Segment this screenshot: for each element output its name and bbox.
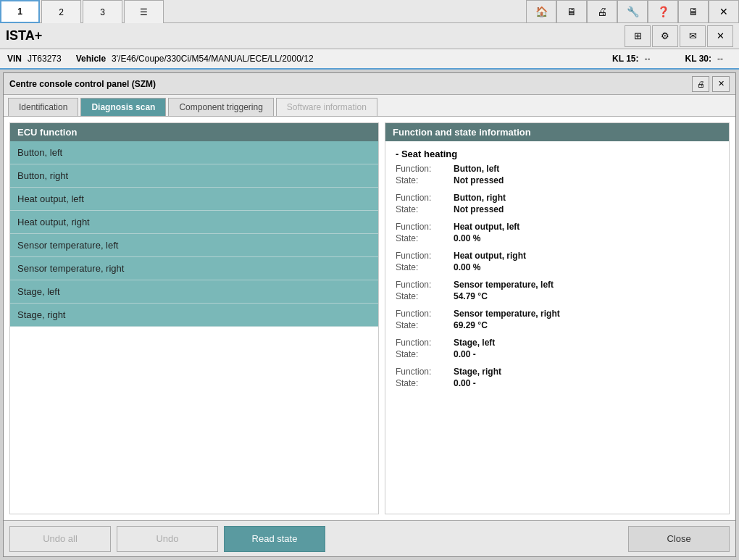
tab-2[interactable]: 2 <box>41 0 81 23</box>
kl15-value: -- <box>645 54 651 64</box>
ecu-item-6[interactable]: Stage, left <box>10 280 378 304</box>
info-value-1b: Not pressed <box>454 204 504 214</box>
info-label-2a: Function: <box>396 222 454 232</box>
info-row-1a: Function: Button, right <box>396 193 719 203</box>
section-title: - Seat heating <box>396 149 719 159</box>
tab-diagnosis-scan[interactable]: Diagnosis scan <box>80 98 166 116</box>
info-row-0b: State: Not pressed <box>396 175 719 185</box>
info-label-7a: Function: <box>396 367 454 377</box>
info-value-3a: Heat output, right <box>454 251 526 261</box>
info-row-5a: Function: Sensor temperature, right <box>396 309 719 319</box>
info-label-0b: State: <box>396 175 454 185</box>
info-value-7a: Stage, right <box>454 367 501 377</box>
info-label-4b: State: <box>396 291 454 301</box>
info-label-3b: State: <box>396 262 454 272</box>
function-info: - Seat heating Function: Button, left St… <box>385 141 729 514</box>
info-label-7b: State: <box>396 378 454 388</box>
vin-bar: VIN JT63273 Vehicle 3'/E46/Coupe/330Ci/M… <box>0 49 739 70</box>
tab-list[interactable]: ☰ <box>124 0 164 23</box>
close-button[interactable]: Close <box>628 526 730 552</box>
titlebar-icons: 🏠 🖥 🖨 🔧 ❓ 🖥 ✕ <box>526 0 739 22</box>
app-title: ISTA+ <box>6 28 42 43</box>
title-bar: 1 2 3 ☰ 🏠 🖥 🖨 🔧 ❓ 🖥 ✕ <box>0 0 739 23</box>
info-label-3a: Function: <box>396 251 454 261</box>
info-row-3a: Function: Heat output, right <box>396 251 719 261</box>
dialog-title-bar: Centre console control panel (SZM) 🖨 ✕ <box>4 73 735 95</box>
dialog-print-icon[interactable]: 🖨 <box>692 76 709 92</box>
vin-value: JT63273 <box>28 54 62 64</box>
tab-identification[interactable]: Identification <box>8 98 78 116</box>
tab-software-info[interactable]: Software information <box>276 98 377 116</box>
info-row-1b: State: Not pressed <box>396 204 719 214</box>
info-row-6b: State: 0.00 - <box>396 349 719 359</box>
info-label-5a: Function: <box>396 309 454 319</box>
function-info-header: Function and state information <box>385 123 729 141</box>
info-value-7b: 0.00 - <box>454 378 476 388</box>
ecu-function-header: ECU function <box>10 123 378 141</box>
app-mail-icon[interactable]: ✉ <box>680 25 706 47</box>
undo-all-button[interactable]: Undo all <box>9 526 111 552</box>
tab-3[interactable]: 3 <box>83 0 122 23</box>
ecu-item-4[interactable]: Sensor temperature, left <box>10 234 378 257</box>
dialog-close-icon[interactable]: ✕ <box>712 76 730 92</box>
info-value-6b: 0.00 - <box>454 349 476 359</box>
monitor-icon[interactable]: 🖥 <box>678 0 709 23</box>
app-close-icon[interactable]: ✕ <box>707 25 733 47</box>
info-value-0a: Button, left <box>454 164 499 174</box>
dialog-title-icons: 🖨 ✕ <box>692 76 730 92</box>
info-label-6b: State: <box>396 349 454 359</box>
vin-label: VIN <box>7 54 22 64</box>
settings-icon[interactable]: 🔧 <box>617 0 648 23</box>
info-value-5b: 69.29 °C <box>454 320 488 330</box>
info-row-4b: State: 54.79 °C <box>396 291 719 301</box>
info-value-0b: Not pressed <box>454 175 504 185</box>
tabs-bar: Identification Diagnosis scan Component … <box>4 95 735 117</box>
kl30-label: KL 30: <box>685 54 711 64</box>
read-state-button[interactable]: Read state <box>224 526 325 552</box>
left-panel: ECU function Button, left Button, right … <box>9 122 379 514</box>
info-label-0a: Function: <box>396 164 454 174</box>
info-row-5b: State: 69.29 °C <box>396 320 719 330</box>
close-title-icon[interactable]: ✕ <box>709 0 739 23</box>
ecu-item-0[interactable]: Button, left <box>10 141 378 164</box>
info-row-4a: Function: Sensor temperature, left <box>396 280 719 290</box>
home-icon[interactable]: 🏠 <box>526 0 556 23</box>
tab-1[interactable]: 1 <box>0 0 40 23</box>
ecu-list: Button, left Button, right Heat output, … <box>10 141 378 514</box>
info-row-0a: Function: Button, left <box>396 164 719 174</box>
info-label-1b: State: <box>396 204 454 214</box>
undo-button[interactable]: Undo <box>117 526 218 552</box>
info-value-2a: Heat output, left <box>454 222 519 232</box>
ecu-item-1[interactable]: Button, right <box>10 164 378 188</box>
info-row-2b: State: 0.00 % <box>396 233 719 243</box>
ecu-item-2[interactable]: Heat output, left <box>10 188 378 211</box>
dialog-window: Centre console control panel (SZM) 🖨 ✕ I… <box>3 72 736 557</box>
info-value-1a: Button, right <box>454 193 506 203</box>
screen-icon[interactable]: 🖥 <box>556 0 587 23</box>
right-panel: Function and state information - Seat he… <box>385 122 730 514</box>
bottom-bar: Undo all Undo Read state Close <box>4 520 735 556</box>
info-value-2b: 0.00 % <box>454 233 480 243</box>
ecu-item-3[interactable]: Heat output, right <box>10 211 378 234</box>
help-icon[interactable]: ❓ <box>648 0 678 23</box>
info-row-7b: State: 0.00 - <box>396 378 719 388</box>
info-label-1a: Function: <box>396 193 454 203</box>
info-value-3b: 0.00 % <box>454 262 480 272</box>
app-bar-icons: ⊞ ⚙ ✉ ✕ <box>625 25 733 47</box>
info-value-4b: 54.79 °C <box>454 291 488 301</box>
info-label-4a: Function: <box>396 280 454 290</box>
kl30-value: -- <box>717 54 723 64</box>
ecu-item-7[interactable]: Stage, right <box>10 304 378 327</box>
info-row-2a: Function: Heat output, left <box>396 222 719 232</box>
print-icon[interactable]: 🖨 <box>587 0 617 23</box>
app-grid-icon[interactable]: ⊞ <box>625 25 651 47</box>
app-gear-icon[interactable]: ⚙ <box>652 25 678 47</box>
ecu-item-5[interactable]: Sensor temperature, right <box>10 257 378 280</box>
vehicle-value: 3'/E46/Coupe/330Ci/M54/MANUAL/ECE/LL/200… <box>112 54 313 64</box>
app-bar: ISTA+ ⊞ ⚙ ✉ ✕ <box>0 23 739 49</box>
info-row-7a: Function: Stage, right <box>396 367 719 377</box>
info-value-5a: Sensor temperature, right <box>454 309 560 319</box>
vehicle-label: Vehicle <box>76 54 106 64</box>
tab-component-triggering[interactable]: Component triggering <box>168 98 273 116</box>
info-value-6a: Stage, left <box>454 338 495 348</box>
